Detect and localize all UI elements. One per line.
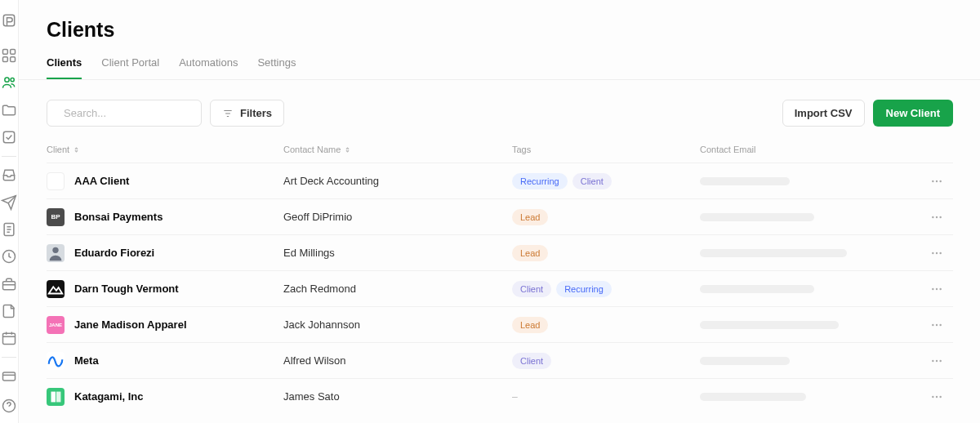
clients-icon[interactable] [0,74,18,91]
email-skeleton [700,285,814,293]
send-icon[interactable] [0,194,18,211]
tags-cell: Lead [512,209,700,225]
svg-rect-3 [3,57,8,62]
svg-point-36 [932,395,933,397]
svg-point-29 [936,323,938,325]
client-cell: JANEJane Madison Apparel [47,316,283,334]
tags-cell: RecurringClient [512,173,700,189]
col-contact-name[interactable]: Contact Name [283,145,512,154]
svg-point-24 [939,252,941,253]
note-icon[interactable] [0,302,18,319]
email-skeleton [700,177,790,185]
tags-cell: – [512,391,700,403]
client-name: Darn Tough Vermont [74,283,179,295]
calendar-icon[interactable] [0,330,18,347]
tag-recurring: Recurring [556,281,612,297]
svg-point-23 [936,252,938,253]
inbox-icon[interactable] [0,167,18,184]
contact-name: James Sato [283,390,512,403]
email-cell [700,321,920,329]
avatar [47,388,65,406]
card-icon[interactable] [0,367,18,385]
tag-client: Client [512,281,551,297]
email-skeleton [700,321,839,329]
col-tags: Tags [512,145,700,154]
table-row[interactable]: Katagami, IncJames Sato– [47,378,953,414]
avatar: JANE [47,316,65,334]
svg-rect-12 [3,372,16,381]
tab-clients[interactable]: Clients [47,56,82,78]
table-row[interactable]: JANEJane Madison ApparelJack JohannsonLe… [47,306,953,342]
table-row[interactable]: BPBonsai PaymentsGeoff DiPrimioLead [47,198,953,234]
email-skeleton [700,213,814,221]
svg-point-26 [936,287,938,289]
svg-point-27 [939,287,941,289]
dashboard-icon[interactable] [0,47,18,64]
email-skeleton [700,357,790,365]
new-client-button[interactable]: New Client [873,100,953,127]
page-title: Clients [47,18,953,42]
table-row[interactable]: Eduardo FioreziEd MillingsLead [47,234,953,270]
row-more-button[interactable] [920,354,953,367]
contact-name: Art Deck Accounting [283,175,512,187]
client-cell: BPBonsai Payments [47,208,283,226]
tab-settings[interactable]: Settings [257,56,296,78]
email-cell [700,249,920,257]
svg-point-16 [936,180,938,181]
svg-point-19 [936,216,938,217]
tag-client: Client [572,173,612,189]
client-cell: Darn Tough Vermont [47,280,283,298]
svg-point-32 [936,359,938,361]
clock-icon[interactable] [0,248,18,265]
filters-label: Filters [240,107,272,119]
search-input-wrapper[interactable] [47,100,202,127]
client-name: Meta [74,354,99,367]
row-more-button[interactable] [920,390,953,403]
check-shield-icon[interactable] [0,128,18,145]
client-name: Jane Madison Apparel [74,318,187,331]
svg-point-17 [939,180,941,181]
svg-rect-11 [3,334,16,345]
row-more-button[interactable] [920,247,953,260]
table-row[interactable]: AAA ClientArt Deck AccountingRecurringCl… [47,163,953,198]
row-more-button[interactable] [920,175,953,188]
import-csv-button[interactable]: Import CSV [782,100,865,127]
avatar [47,352,65,370]
contact-name: Jack Johannson [283,318,512,331]
folder-icon[interactable] [0,101,18,118]
row-more-button[interactable] [920,211,953,224]
client-name: AAA Client [74,175,129,187]
svg-point-6 [11,78,14,82]
help-icon[interactable] [0,397,18,415]
avatar [47,280,65,298]
contact-name: Geoff DiPrimio [283,211,512,223]
email-cell [700,393,920,401]
tags-cell: Lead [512,245,700,261]
tab-automations[interactable]: Automations [179,56,238,78]
filters-button[interactable]: Filters [210,100,284,127]
sort-icon [73,146,80,154]
svg-point-21 [52,247,58,252]
no-tag: – [512,391,518,403]
search-input[interactable] [64,107,201,119]
tag-lead: Lead [512,245,548,261]
row-more-button[interactable] [920,283,953,296]
logo-icon[interactable] [0,11,18,29]
svg-rect-34 [51,391,56,402]
briefcase-icon[interactable] [0,275,18,292]
tab-client-portal[interactable]: Client Portal [101,56,159,78]
clients-table: Client Contact Name Tags Contact Email A… [47,145,953,414]
tag-client: Client [512,353,551,369]
svg-point-28 [932,323,933,325]
tag-recurring: Recurring [512,173,568,189]
contact-name: Zach Redmond [283,283,512,295]
email-skeleton [700,393,806,401]
row-more-button[interactable] [920,318,953,332]
col-client[interactable]: Client [47,145,283,154]
document-icon[interactable] [0,220,18,238]
email-skeleton [700,249,847,257]
contact-name: Ed Millings [283,247,512,259]
client-cell: AAA Client [47,172,283,190]
table-row[interactable]: Darn Tough VermontZach RedmondClientRecu… [47,270,953,306]
table-row[interactable]: MetaAlfred WilsonClient [47,342,953,378]
